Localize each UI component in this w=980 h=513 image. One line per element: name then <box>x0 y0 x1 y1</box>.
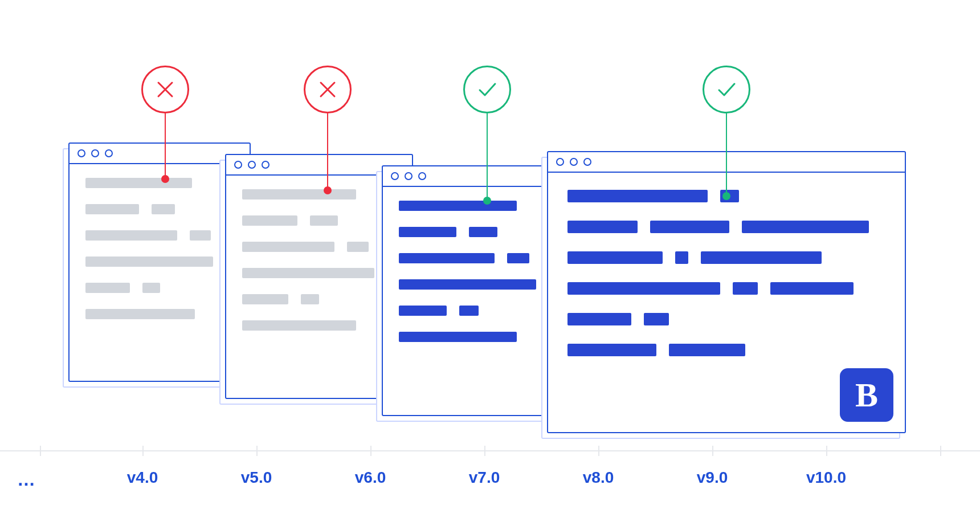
window-control-icon <box>77 149 85 157</box>
window-control-icon <box>556 158 564 166</box>
axis-tick-label: v7.0 <box>469 469 500 487</box>
axis-tick-label: v9.0 <box>697 469 728 487</box>
window-control-icon <box>234 161 242 169</box>
window-control-icon <box>391 172 399 180</box>
badge-letter: B <box>855 376 878 415</box>
browser-window-3 <box>382 165 575 416</box>
browser-window-1 <box>68 142 251 382</box>
axis-tick-label: v10.0 <box>806 469 846 487</box>
bootstrap-badge-icon: B <box>840 368 893 422</box>
window-titlebar <box>70 144 250 164</box>
axis-tick-label: v6.0 <box>355 469 386 487</box>
cross-icon <box>141 66 189 113</box>
axis-ellipsis: … <box>17 469 35 490</box>
window-body <box>383 187 574 374</box>
window-control-icon <box>248 161 256 169</box>
timeline-axis: v4.0 v5.0 v6.0 v7.0 v8.0 v9.0 v10.0 <box>0 450 980 462</box>
window-titlebar <box>548 152 905 173</box>
browser-window-4: B <box>547 151 906 433</box>
diagram-stage: B v4.0 v5.0 v6.0 <box>0 0 980 513</box>
window-body <box>70 164 250 351</box>
axis-tick-label: v4.0 <box>127 469 158 487</box>
window-control-icon <box>570 158 578 166</box>
window-control-icon <box>262 161 270 169</box>
window-body <box>548 173 905 389</box>
window-control-icon <box>105 149 113 157</box>
window-control-icon <box>405 172 413 180</box>
window-titlebar <box>383 166 574 187</box>
window-control-icon <box>583 158 591 166</box>
window-control-icon <box>91 149 99 157</box>
check-icon <box>703 66 750 113</box>
check-icon <box>463 66 511 113</box>
axis-tick-label: v8.0 <box>583 469 614 487</box>
cross-icon <box>304 66 352 113</box>
axis-tick-label: v5.0 <box>241 469 272 487</box>
window-control-icon <box>418 172 426 180</box>
